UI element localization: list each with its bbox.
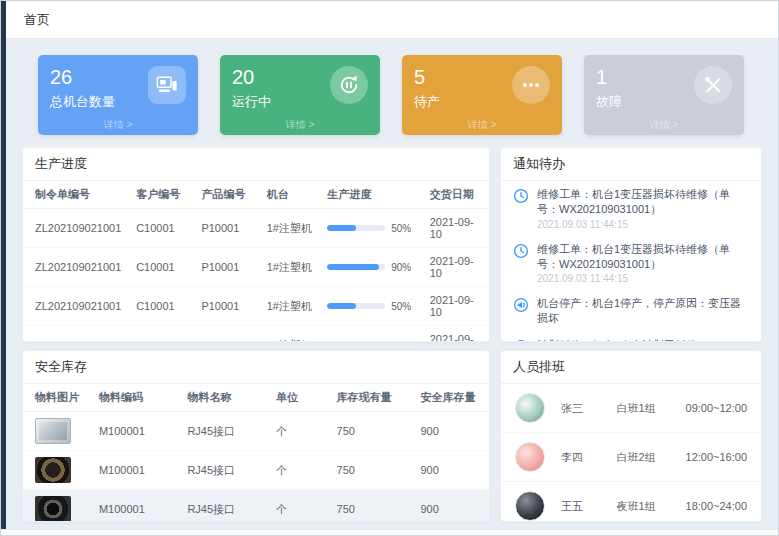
schedule-panel: 人员排班 张三 白班1组 09:00~12:00 李四 白班2组 12:00~1… xyxy=(500,350,762,522)
progress-label: 90% xyxy=(391,262,411,273)
progress-bar: 90% xyxy=(327,262,418,273)
material-name: RJ45接口 xyxy=(181,451,270,490)
column-header: 库存现有量 xyxy=(331,384,415,412)
panel-grid: 生产进度 制令单编号 客户编号 产品编号 机台 生产进度 交货日期 xyxy=(22,147,762,522)
machine: 1#注塑机 xyxy=(261,287,322,326)
safety-qty: 900 xyxy=(414,490,489,523)
schedule-row: 李四 白班2组 12:00~16:00 xyxy=(501,433,761,482)
horizontal-scrollbar[interactable] xyxy=(1,529,778,535)
notification-text: 机台停产：机台1停产，停产原因：变压器损坏 xyxy=(537,296,749,326)
notification-item[interactable]: 维修工单：机台1变压器损坏待维修（单号：WX202109031001） 2021… xyxy=(501,181,761,236)
avatar xyxy=(515,491,545,521)
stat-card-running[interactable]: 20 运行中 xyxy=(220,55,380,135)
table-row[interactable]: M100001 RJ45接口 个 750 900 xyxy=(23,451,489,490)
material-photo xyxy=(35,457,71,483)
schedule-row: 张三 白班1组 09:00~12:00 xyxy=(501,384,761,433)
material-name: RJ45接口 xyxy=(181,412,270,451)
machine: 1#注塑机 xyxy=(261,326,322,343)
order-no: ZL202109021001 xyxy=(23,287,130,326)
table-row[interactable]: ZL202109021001 C10001 P10001 1#注塑机 50% 2… xyxy=(23,287,489,326)
progress-bar: 50% xyxy=(327,223,418,234)
notification-time: 2021.09.03 11:44:15 xyxy=(537,219,749,230)
person-name: 李四 xyxy=(561,450,617,465)
material-code: M100001 xyxy=(93,490,182,523)
shift-label: 白班1组 xyxy=(617,401,686,416)
material-name: RJ45接口 xyxy=(181,490,270,523)
stat-label: 待产 xyxy=(414,93,440,111)
table-row[interactable]: ZL202109021001 C10001 P10001 1#注塑机 50% 2… xyxy=(23,326,489,343)
machine: 1#注塑机 xyxy=(261,209,322,248)
machine: 1#注塑机 xyxy=(261,248,322,287)
app-window: 首页 26 总机台数量 xyxy=(0,0,779,536)
customer-no: C10001 xyxy=(130,287,195,326)
safety-qty: 900 xyxy=(414,451,489,490)
material-code: M100001 xyxy=(93,451,182,490)
inventory-table: 物料图片 物料编码 物料名称 单位 库存现有量 安全库存量 xyxy=(23,384,489,522)
stat-label: 故障 xyxy=(596,93,622,111)
topbar: 首页 xyxy=(6,1,778,39)
safety-qty: 900 xyxy=(414,412,489,451)
ellipsis-icon xyxy=(512,66,550,104)
material-code: M100001 xyxy=(93,412,182,451)
detail-link[interactable]: 详情 > xyxy=(584,118,744,132)
avatar xyxy=(515,442,545,472)
stat-card-standby[interactable]: 5 待产 详情 > xyxy=(402,55,562,135)
detail-link[interactable]: 详情 > xyxy=(220,118,380,132)
notification-item[interactable]: 机台停产：机台1停产，停产原因：变压器损坏 xyxy=(501,290,761,332)
machine-icon xyxy=(148,66,186,104)
stat-card-total-machines[interactable]: 26 总机台数量 xyxy=(38,55,198,135)
stat-label: 运行中 xyxy=(232,93,271,111)
delivery-date: 2021-09-10 xyxy=(424,248,489,287)
table-row[interactable]: M100001 RJ45接口 个 750 900 xyxy=(23,490,489,523)
table-header-row: 制令单编号 客户编号 产品编号 机台 生产进度 交货日期 xyxy=(23,181,489,209)
notification-item[interactable]: 维修工单：机台1变压器损坏待维修（单号：WX202109031001） 2021… xyxy=(501,236,761,291)
notification-time: 2021.09.03 11:44:15 xyxy=(537,273,749,284)
shift-label: 夜班1组 xyxy=(617,499,686,514)
column-header: 物料编码 xyxy=(93,384,182,412)
stat-label: 总机台数量 xyxy=(50,93,115,111)
dashboard-content: 26 总机台数量 xyxy=(6,39,778,529)
on-hand-qty: 750 xyxy=(331,412,415,451)
material-photo xyxy=(35,496,71,522)
progress-label: 50% xyxy=(391,340,411,343)
delivery-date: 2021-09-10 xyxy=(424,326,489,343)
table-row[interactable]: ZL202109021001 C10001 P10001 1#注塑机 90% 2… xyxy=(23,248,489,287)
avatar xyxy=(515,393,545,423)
shift-label: 白班2组 xyxy=(617,450,686,465)
person-name: 王五 xyxy=(561,499,617,514)
panel-title: 生产进度 xyxy=(23,148,489,181)
shift-time: 09:00~12:00 xyxy=(686,402,747,414)
table-row[interactable]: M100001 RJ45接口 个 750 900 xyxy=(23,412,489,451)
column-header: 客户编号 xyxy=(130,181,195,209)
table-header-row: 物料图片 物料编码 物料名称 单位 库存现有量 安全库存量 xyxy=(23,384,489,412)
product-no: P10001 xyxy=(195,287,260,326)
column-header: 物料图片 xyxy=(23,384,93,412)
panel-title: 通知待办 xyxy=(501,148,761,181)
material-photo xyxy=(35,418,71,444)
column-header: 机台 xyxy=(261,181,322,209)
table-row[interactable]: ZL202109021001 C10001 P10001 1#注塑机 50% 2… xyxy=(23,209,489,248)
person-name: 张三 xyxy=(561,401,617,416)
product-no: P10001 xyxy=(195,326,260,343)
progress-bar: 50% xyxy=(327,340,418,343)
stat-value: 26 xyxy=(50,66,115,88)
panel-title: 人员排班 xyxy=(501,351,761,384)
speaker-icon xyxy=(513,297,529,326)
notification-item[interactable]: 计划暂停：机台1生产计划已暂停 2021.09.03 11:44:15 xyxy=(501,332,761,342)
detail-link[interactable]: 详情 > xyxy=(38,118,198,132)
clock-icon xyxy=(513,243,529,285)
progress-label: 50% xyxy=(391,223,411,234)
speaker-icon xyxy=(513,339,529,342)
stat-value: 20 xyxy=(232,66,271,88)
detail-link[interactable]: 详情 > xyxy=(402,118,562,132)
stat-card-fault[interactable]: 1 故障 详情 > xyxy=(584,55,744,135)
inventory-panel: 安全库存 物料图片 物料编码 物料名称 单位 库存现有量 安全库存量 xyxy=(22,350,490,522)
production-table: 制令单编号 客户编号 产品编号 机台 生产进度 交货日期 xyxy=(23,181,489,342)
main-area: 首页 26 总机台数量 xyxy=(6,1,778,529)
order-no: ZL202109021001 xyxy=(23,248,130,287)
tab-home[interactable]: 首页 xyxy=(24,11,50,29)
tools-icon xyxy=(694,66,732,104)
notification-text: 维修工单：机台1变压器损坏待维修（单号：WX202109031001） xyxy=(537,187,749,217)
progress-bar: 50% xyxy=(327,301,418,312)
progress-label: 50% xyxy=(391,301,411,312)
